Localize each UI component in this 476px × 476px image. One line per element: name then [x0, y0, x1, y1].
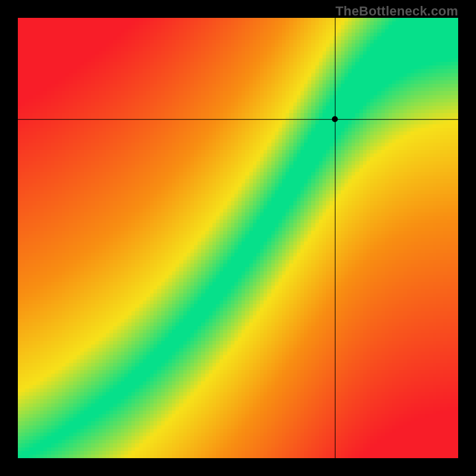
- watermark-text: TheBottleneck.com: [336, 4, 458, 19]
- heatmap-canvas: [18, 18, 458, 458]
- heatmap-plot: [18, 18, 458, 458]
